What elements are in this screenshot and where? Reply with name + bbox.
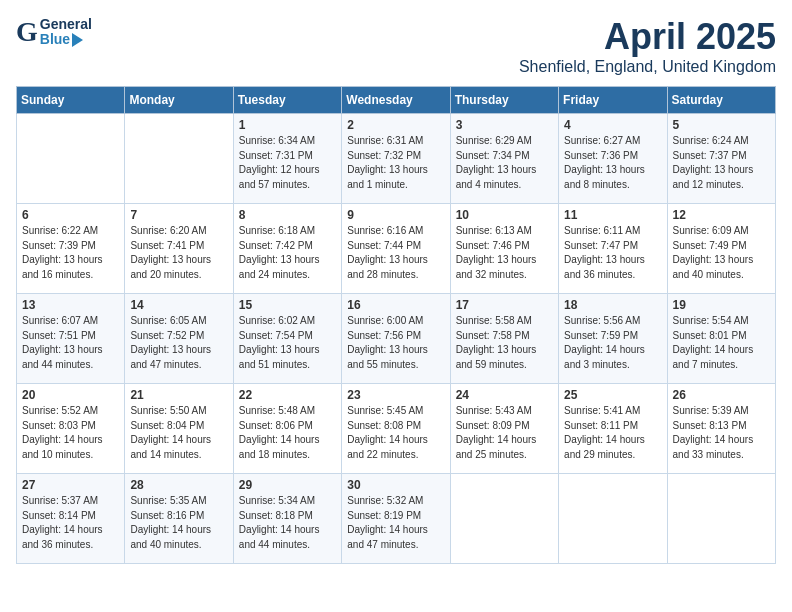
day-info: Sunrise: 5:48 AM Sunset: 8:06 PM Dayligh…	[239, 404, 336, 462]
day-number: 18	[564, 298, 661, 312]
calendar-week-1: 1Sunrise: 6:34 AM Sunset: 7:31 PM Daylig…	[17, 114, 776, 204]
calendar-cell: 2Sunrise: 6:31 AM Sunset: 7:32 PM Daylig…	[342, 114, 450, 204]
calendar-cell: 17Sunrise: 5:58 AM Sunset: 7:58 PM Dayli…	[450, 294, 558, 384]
logo-blue-row: Blue	[40, 32, 92, 47]
day-info: Sunrise: 5:34 AM Sunset: 8:18 PM Dayligh…	[239, 494, 336, 552]
day-info: Sunrise: 5:54 AM Sunset: 8:01 PM Dayligh…	[673, 314, 770, 372]
calendar-cell: 15Sunrise: 6:02 AM Sunset: 7:54 PM Dayli…	[233, 294, 341, 384]
day-info: Sunrise: 6:09 AM Sunset: 7:49 PM Dayligh…	[673, 224, 770, 282]
calendar-cell	[559, 474, 667, 564]
day-info: Sunrise: 5:52 AM Sunset: 8:03 PM Dayligh…	[22, 404, 119, 462]
day-number: 23	[347, 388, 444, 402]
calendar-subtitle: Shenfield, England, United Kingdom	[519, 58, 776, 76]
calendar-cell	[17, 114, 125, 204]
calendar-title: April 2025	[519, 16, 776, 58]
day-number: 1	[239, 118, 336, 132]
day-number: 5	[673, 118, 770, 132]
calendar-cell: 4Sunrise: 6:27 AM Sunset: 7:36 PM Daylig…	[559, 114, 667, 204]
day-number: 28	[130, 478, 227, 492]
weekday-header-sunday: Sunday	[17, 87, 125, 114]
day-info: Sunrise: 5:32 AM Sunset: 8:19 PM Dayligh…	[347, 494, 444, 552]
calendar-header-row: SundayMondayTuesdayWednesdayThursdayFrid…	[17, 87, 776, 114]
day-number: 3	[456, 118, 553, 132]
day-info: Sunrise: 6:27 AM Sunset: 7:36 PM Dayligh…	[564, 134, 661, 192]
day-info: Sunrise: 6:34 AM Sunset: 7:31 PM Dayligh…	[239, 134, 336, 192]
day-number: 13	[22, 298, 119, 312]
calendar-cell: 10Sunrise: 6:13 AM Sunset: 7:46 PM Dayli…	[450, 204, 558, 294]
day-number: 11	[564, 208, 661, 222]
weekday-header-thursday: Thursday	[450, 87, 558, 114]
day-info: Sunrise: 5:56 AM Sunset: 7:59 PM Dayligh…	[564, 314, 661, 372]
day-number: 26	[673, 388, 770, 402]
calendar-cell	[667, 474, 775, 564]
day-number: 19	[673, 298, 770, 312]
calendar-cell: 25Sunrise: 5:41 AM Sunset: 8:11 PM Dayli…	[559, 384, 667, 474]
calendar-cell: 23Sunrise: 5:45 AM Sunset: 8:08 PM Dayli…	[342, 384, 450, 474]
calendar-cell: 30Sunrise: 5:32 AM Sunset: 8:19 PM Dayli…	[342, 474, 450, 564]
calendar-week-4: 20Sunrise: 5:52 AM Sunset: 8:03 PM Dayli…	[17, 384, 776, 474]
calendar-week-2: 6Sunrise: 6:22 AM Sunset: 7:39 PM Daylig…	[17, 204, 776, 294]
day-number: 29	[239, 478, 336, 492]
day-number: 21	[130, 388, 227, 402]
day-info: Sunrise: 6:29 AM Sunset: 7:34 PM Dayligh…	[456, 134, 553, 192]
day-info: Sunrise: 5:39 AM Sunset: 8:13 PM Dayligh…	[673, 404, 770, 462]
day-info: Sunrise: 6:07 AM Sunset: 7:51 PM Dayligh…	[22, 314, 119, 372]
day-number: 16	[347, 298, 444, 312]
logo-text: General Blue	[40, 17, 92, 48]
day-number: 20	[22, 388, 119, 402]
calendar-cell: 3Sunrise: 6:29 AM Sunset: 7:34 PM Daylig…	[450, 114, 558, 204]
title-area: April 2025 Shenfield, England, United Ki…	[519, 16, 776, 76]
calendar-cell: 1Sunrise: 6:34 AM Sunset: 7:31 PM Daylig…	[233, 114, 341, 204]
calendar-cell: 8Sunrise: 6:18 AM Sunset: 7:42 PM Daylig…	[233, 204, 341, 294]
calendar-cell: 9Sunrise: 6:16 AM Sunset: 7:44 PM Daylig…	[342, 204, 450, 294]
day-number: 8	[239, 208, 336, 222]
calendar-cell: 21Sunrise: 5:50 AM Sunset: 8:04 PM Dayli…	[125, 384, 233, 474]
day-number: 9	[347, 208, 444, 222]
day-info: Sunrise: 6:11 AM Sunset: 7:47 PM Dayligh…	[564, 224, 661, 282]
day-info: Sunrise: 6:13 AM Sunset: 7:46 PM Dayligh…	[456, 224, 553, 282]
calendar-cell: 12Sunrise: 6:09 AM Sunset: 7:49 PM Dayli…	[667, 204, 775, 294]
logo-general-text: General	[40, 17, 92, 32]
day-number: 22	[239, 388, 336, 402]
weekday-header-wednesday: Wednesday	[342, 87, 450, 114]
calendar-cell: 27Sunrise: 5:37 AM Sunset: 8:14 PM Dayli…	[17, 474, 125, 564]
calendar-cell: 28Sunrise: 5:35 AM Sunset: 8:16 PM Dayli…	[125, 474, 233, 564]
header: G General Blue April 2025 Shenfield, Eng…	[16, 16, 776, 76]
calendar-cell: 24Sunrise: 5:43 AM Sunset: 8:09 PM Dayli…	[450, 384, 558, 474]
day-info: Sunrise: 6:16 AM Sunset: 7:44 PM Dayligh…	[347, 224, 444, 282]
day-info: Sunrise: 6:18 AM Sunset: 7:42 PM Dayligh…	[239, 224, 336, 282]
day-number: 27	[22, 478, 119, 492]
day-info: Sunrise: 6:24 AM Sunset: 7:37 PM Dayligh…	[673, 134, 770, 192]
calendar-cell	[450, 474, 558, 564]
day-info: Sunrise: 6:00 AM Sunset: 7:56 PM Dayligh…	[347, 314, 444, 372]
calendar-week-3: 13Sunrise: 6:07 AM Sunset: 7:51 PM Dayli…	[17, 294, 776, 384]
calendar-cell: 7Sunrise: 6:20 AM Sunset: 7:41 PM Daylig…	[125, 204, 233, 294]
logo-g-letter: G	[16, 16, 38, 48]
day-number: 7	[130, 208, 227, 222]
day-info: Sunrise: 6:22 AM Sunset: 7:39 PM Dayligh…	[22, 224, 119, 282]
day-number: 30	[347, 478, 444, 492]
logo: G General Blue	[16, 16, 92, 48]
calendar-cell: 14Sunrise: 6:05 AM Sunset: 7:52 PM Dayli…	[125, 294, 233, 384]
logo-blue-text: Blue	[40, 32, 70, 47]
day-info: Sunrise: 5:50 AM Sunset: 8:04 PM Dayligh…	[130, 404, 227, 462]
calendar-table: SundayMondayTuesdayWednesdayThursdayFrid…	[16, 86, 776, 564]
calendar-cell: 18Sunrise: 5:56 AM Sunset: 7:59 PM Dayli…	[559, 294, 667, 384]
day-number: 25	[564, 388, 661, 402]
calendar-cell: 22Sunrise: 5:48 AM Sunset: 8:06 PM Dayli…	[233, 384, 341, 474]
day-info: Sunrise: 5:43 AM Sunset: 8:09 PM Dayligh…	[456, 404, 553, 462]
logo-arrow-icon	[72, 33, 83, 47]
weekday-header-friday: Friday	[559, 87, 667, 114]
day-info: Sunrise: 6:02 AM Sunset: 7:54 PM Dayligh…	[239, 314, 336, 372]
calendar-cell: 19Sunrise: 5:54 AM Sunset: 8:01 PM Dayli…	[667, 294, 775, 384]
calendar-cell: 16Sunrise: 6:00 AM Sunset: 7:56 PM Dayli…	[342, 294, 450, 384]
calendar-cell: 6Sunrise: 6:22 AM Sunset: 7:39 PM Daylig…	[17, 204, 125, 294]
day-number: 2	[347, 118, 444, 132]
day-info: Sunrise: 6:20 AM Sunset: 7:41 PM Dayligh…	[130, 224, 227, 282]
day-number: 14	[130, 298, 227, 312]
day-info: Sunrise: 6:05 AM Sunset: 7:52 PM Dayligh…	[130, 314, 227, 372]
weekday-header-saturday: Saturday	[667, 87, 775, 114]
day-info: Sunrise: 5:41 AM Sunset: 8:11 PM Dayligh…	[564, 404, 661, 462]
calendar-cell: 11Sunrise: 6:11 AM Sunset: 7:47 PM Dayli…	[559, 204, 667, 294]
calendar-cell: 5Sunrise: 6:24 AM Sunset: 7:37 PM Daylig…	[667, 114, 775, 204]
